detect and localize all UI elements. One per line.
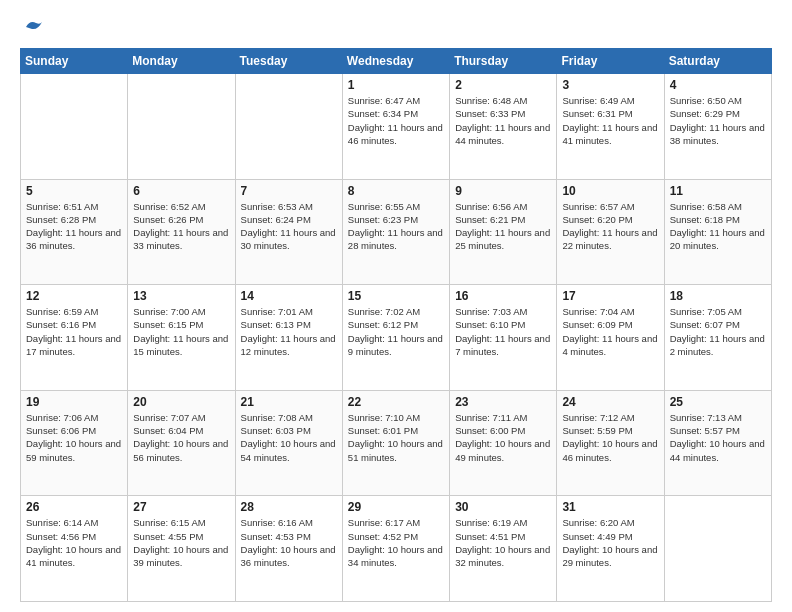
day-info: Sunrise: 7:00 AMSunset: 6:15 PMDaylight:… xyxy=(133,305,229,358)
calendar-week-row: 12Sunrise: 6:59 AMSunset: 6:16 PMDayligh… xyxy=(21,285,772,391)
day-number: 17 xyxy=(562,289,658,303)
table-row: 4Sunrise: 6:50 AMSunset: 6:29 PMDaylight… xyxy=(664,74,771,180)
calendar-header-row: Sunday Monday Tuesday Wednesday Thursday… xyxy=(21,49,772,74)
table-row: 9Sunrise: 6:56 AMSunset: 6:21 PMDaylight… xyxy=(450,179,557,285)
table-row: 31Sunrise: 6:20 AMSunset: 4:49 PMDayligh… xyxy=(557,496,664,602)
day-info: Sunrise: 6:16 AMSunset: 4:53 PMDaylight:… xyxy=(241,516,337,569)
day-info: Sunrise: 6:55 AMSunset: 6:23 PMDaylight:… xyxy=(348,200,444,253)
table-row: 25Sunrise: 7:13 AMSunset: 5:57 PMDayligh… xyxy=(664,390,771,496)
table-row xyxy=(664,496,771,602)
day-number: 14 xyxy=(241,289,337,303)
day-info: Sunrise: 6:20 AMSunset: 4:49 PMDaylight:… xyxy=(562,516,658,569)
header xyxy=(20,16,772,38)
col-thursday: Thursday xyxy=(450,49,557,74)
day-number: 21 xyxy=(241,395,337,409)
table-row xyxy=(235,74,342,180)
day-info: Sunrise: 6:56 AMSunset: 6:21 PMDaylight:… xyxy=(455,200,551,253)
day-info: Sunrise: 6:53 AMSunset: 6:24 PMDaylight:… xyxy=(241,200,337,253)
day-info: Sunrise: 7:01 AMSunset: 6:13 PMDaylight:… xyxy=(241,305,337,358)
calendar-week-row: 26Sunrise: 6:14 AMSunset: 4:56 PMDayligh… xyxy=(21,496,772,602)
table-row: 23Sunrise: 7:11 AMSunset: 6:00 PMDayligh… xyxy=(450,390,557,496)
day-info: Sunrise: 6:14 AMSunset: 4:56 PMDaylight:… xyxy=(26,516,122,569)
day-number: 19 xyxy=(26,395,122,409)
day-number: 29 xyxy=(348,500,444,514)
day-info: Sunrise: 7:04 AMSunset: 6:09 PMDaylight:… xyxy=(562,305,658,358)
day-info: Sunrise: 7:03 AMSunset: 6:10 PMDaylight:… xyxy=(455,305,551,358)
col-saturday: Saturday xyxy=(664,49,771,74)
day-number: 1 xyxy=(348,78,444,92)
day-info: Sunrise: 7:08 AMSunset: 6:03 PMDaylight:… xyxy=(241,411,337,464)
table-row: 5Sunrise: 6:51 AMSunset: 6:28 PMDaylight… xyxy=(21,179,128,285)
day-number: 7 xyxy=(241,184,337,198)
col-monday: Monday xyxy=(128,49,235,74)
day-number: 25 xyxy=(670,395,766,409)
table-row: 8Sunrise: 6:55 AMSunset: 6:23 PMDaylight… xyxy=(342,179,449,285)
table-row: 14Sunrise: 7:01 AMSunset: 6:13 PMDayligh… xyxy=(235,285,342,391)
day-number: 4 xyxy=(670,78,766,92)
table-row: 1Sunrise: 6:47 AMSunset: 6:34 PMDaylight… xyxy=(342,74,449,180)
day-info: Sunrise: 7:06 AMSunset: 6:06 PMDaylight:… xyxy=(26,411,122,464)
day-info: Sunrise: 6:59 AMSunset: 6:16 PMDaylight:… xyxy=(26,305,122,358)
col-wednesday: Wednesday xyxy=(342,49,449,74)
day-number: 26 xyxy=(26,500,122,514)
table-row: 30Sunrise: 6:19 AMSunset: 4:51 PMDayligh… xyxy=(450,496,557,602)
day-info: Sunrise: 6:17 AMSunset: 4:52 PMDaylight:… xyxy=(348,516,444,569)
day-number: 23 xyxy=(455,395,551,409)
day-number: 16 xyxy=(455,289,551,303)
day-number: 8 xyxy=(348,184,444,198)
table-row: 10Sunrise: 6:57 AMSunset: 6:20 PMDayligh… xyxy=(557,179,664,285)
table-row: 16Sunrise: 7:03 AMSunset: 6:10 PMDayligh… xyxy=(450,285,557,391)
day-number: 27 xyxy=(133,500,229,514)
table-row: 11Sunrise: 6:58 AMSunset: 6:18 PMDayligh… xyxy=(664,179,771,285)
day-number: 15 xyxy=(348,289,444,303)
table-row: 15Sunrise: 7:02 AMSunset: 6:12 PMDayligh… xyxy=(342,285,449,391)
table-row: 3Sunrise: 6:49 AMSunset: 6:31 PMDaylight… xyxy=(557,74,664,180)
table-row: 17Sunrise: 7:04 AMSunset: 6:09 PMDayligh… xyxy=(557,285,664,391)
day-number: 28 xyxy=(241,500,337,514)
day-number: 10 xyxy=(562,184,658,198)
table-row: 29Sunrise: 6:17 AMSunset: 4:52 PMDayligh… xyxy=(342,496,449,602)
table-row xyxy=(128,74,235,180)
table-row: 6Sunrise: 6:52 AMSunset: 6:26 PMDaylight… xyxy=(128,179,235,285)
table-row: 18Sunrise: 7:05 AMSunset: 6:07 PMDayligh… xyxy=(664,285,771,391)
day-info: Sunrise: 6:48 AMSunset: 6:33 PMDaylight:… xyxy=(455,94,551,147)
day-number: 22 xyxy=(348,395,444,409)
table-row: 7Sunrise: 6:53 AMSunset: 6:24 PMDaylight… xyxy=(235,179,342,285)
day-number: 18 xyxy=(670,289,766,303)
day-number: 5 xyxy=(26,184,122,198)
day-info: Sunrise: 6:49 AMSunset: 6:31 PMDaylight:… xyxy=(562,94,658,147)
logo-icon xyxy=(22,16,44,38)
day-info: Sunrise: 6:51 AMSunset: 6:28 PMDaylight:… xyxy=(26,200,122,253)
day-info: Sunrise: 6:58 AMSunset: 6:18 PMDaylight:… xyxy=(670,200,766,253)
day-number: 20 xyxy=(133,395,229,409)
table-row: 24Sunrise: 7:12 AMSunset: 5:59 PMDayligh… xyxy=(557,390,664,496)
day-info: Sunrise: 7:12 AMSunset: 5:59 PMDaylight:… xyxy=(562,411,658,464)
table-row: 13Sunrise: 7:00 AMSunset: 6:15 PMDayligh… xyxy=(128,285,235,391)
calendar-table: Sunday Monday Tuesday Wednesday Thursday… xyxy=(20,48,772,602)
day-number: 11 xyxy=(670,184,766,198)
col-tuesday: Tuesday xyxy=(235,49,342,74)
day-number: 2 xyxy=(455,78,551,92)
day-info: Sunrise: 6:57 AMSunset: 6:20 PMDaylight:… xyxy=(562,200,658,253)
day-number: 30 xyxy=(455,500,551,514)
col-sunday: Sunday xyxy=(21,49,128,74)
day-number: 31 xyxy=(562,500,658,514)
logo xyxy=(20,16,44,38)
day-number: 13 xyxy=(133,289,229,303)
day-info: Sunrise: 7:11 AMSunset: 6:00 PMDaylight:… xyxy=(455,411,551,464)
table-row xyxy=(21,74,128,180)
table-row: 19Sunrise: 7:06 AMSunset: 6:06 PMDayligh… xyxy=(21,390,128,496)
table-row: 22Sunrise: 7:10 AMSunset: 6:01 PMDayligh… xyxy=(342,390,449,496)
table-row: 26Sunrise: 6:14 AMSunset: 4:56 PMDayligh… xyxy=(21,496,128,602)
day-info: Sunrise: 7:02 AMSunset: 6:12 PMDaylight:… xyxy=(348,305,444,358)
calendar-week-row: 5Sunrise: 6:51 AMSunset: 6:28 PMDaylight… xyxy=(21,179,772,285)
table-row: 27Sunrise: 6:15 AMSunset: 4:55 PMDayligh… xyxy=(128,496,235,602)
day-info: Sunrise: 7:13 AMSunset: 5:57 PMDaylight:… xyxy=(670,411,766,464)
day-info: Sunrise: 6:19 AMSunset: 4:51 PMDaylight:… xyxy=(455,516,551,569)
table-row: 28Sunrise: 6:16 AMSunset: 4:53 PMDayligh… xyxy=(235,496,342,602)
day-info: Sunrise: 6:47 AMSunset: 6:34 PMDaylight:… xyxy=(348,94,444,147)
col-friday: Friday xyxy=(557,49,664,74)
table-row: 20Sunrise: 7:07 AMSunset: 6:04 PMDayligh… xyxy=(128,390,235,496)
page: Sunday Monday Tuesday Wednesday Thursday… xyxy=(0,0,792,612)
day-info: Sunrise: 6:15 AMSunset: 4:55 PMDaylight:… xyxy=(133,516,229,569)
